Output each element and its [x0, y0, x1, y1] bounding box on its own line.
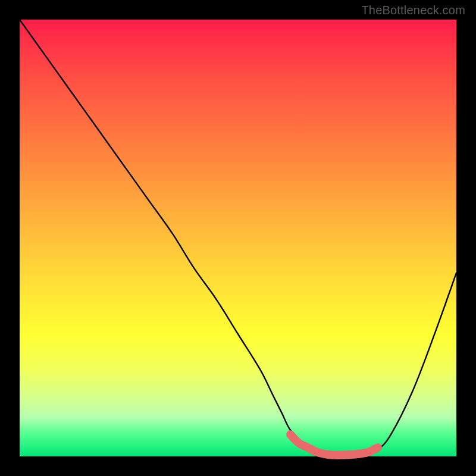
chart-overlay	[20, 20, 456, 456]
chart-frame: TheBottleneck.com	[0, 0, 476, 476]
bottleneck-curve	[20, 20, 456, 457]
optimal-range-marker	[290, 434, 378, 455]
attribution-text: TheBottleneck.com	[361, 4, 465, 17]
